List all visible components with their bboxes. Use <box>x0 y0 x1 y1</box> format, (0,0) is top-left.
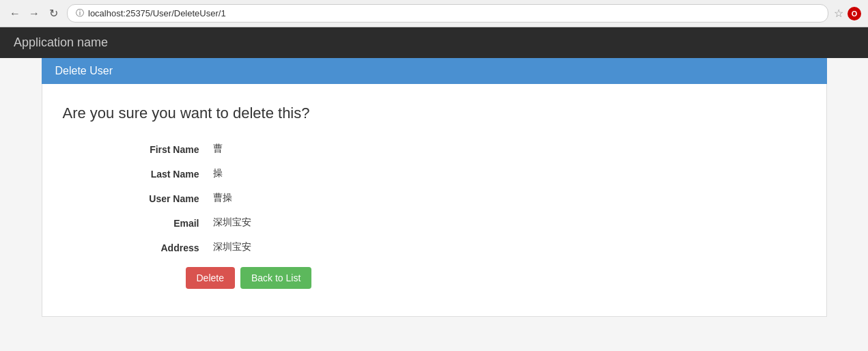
email-value: 深圳宝安 <box>213 216 251 229</box>
browser-chrome: ← → ↻ ⓘ localhost:25375/User/DeleteUser/… <box>0 0 868 27</box>
action-buttons: Delete Back to List <box>186 267 806 289</box>
nav-buttons: ← → ↻ <box>7 5 61 22</box>
first-name-label: First Name <box>104 143 213 155</box>
user-name-row: User Name 曹操 <box>104 192 847 204</box>
lock-icon: ⓘ <box>76 8 84 19</box>
address-value: 深圳宝安 <box>213 241 251 253</box>
address-row: Address 深圳宝安 <box>104 241 847 253</box>
reload-button[interactable]: ↻ <box>45 5 61 22</box>
last-name-label: Last Name <box>104 167 213 180</box>
delete-button[interactable]: Delete <box>186 267 235 289</box>
back-to-list-button[interactable]: Back to List <box>240 267 311 289</box>
first-name-value: 曹 <box>213 143 223 155</box>
first-name-row: First Name 曹 <box>104 143 847 155</box>
forward-button[interactable]: → <box>26 5 42 22</box>
page-header-title: Delete User <box>55 65 113 76</box>
address-label: Address <box>104 241 213 253</box>
url-text: localhost:25375/User/DeleteUser/1 <box>88 8 820 18</box>
confirm-heading: Are you sure you want to delete this? <box>63 104 806 122</box>
address-bar[interactable]: ⓘ localhost:25375/User/DeleteUser/1 <box>67 4 828 23</box>
last-name-row: Last Name 操 <box>104 167 847 180</box>
last-name-value: 操 <box>213 167 223 180</box>
bookmark-icon[interactable]: ☆ <box>834 7 843 20</box>
content-panel: Are you sure you want to delete this? Fi… <box>42 84 827 317</box>
app-navbar: Application name <box>0 27 868 58</box>
browser-actions: ☆ O <box>834 7 861 20</box>
outer-wrapper: Application name Delete User Are you sur… <box>0 27 868 351</box>
user-details-form: First Name 曹 Last Name 操 User Name 曹操 Em… <box>104 143 847 253</box>
content-wrapper: Delete User Are you sure you want to del… <box>31 58 837 317</box>
email-row: Email 深圳宝安 <box>104 216 847 229</box>
user-name-label: User Name <box>104 192 213 204</box>
app-name: Application name <box>14 36 108 49</box>
page-header: Delete User <box>42 58 827 84</box>
user-name-value: 曹操 <box>213 192 232 204</box>
email-label: Email <box>104 216 213 229</box>
back-button[interactable]: ← <box>7 5 23 22</box>
opera-icon: O <box>848 7 861 20</box>
